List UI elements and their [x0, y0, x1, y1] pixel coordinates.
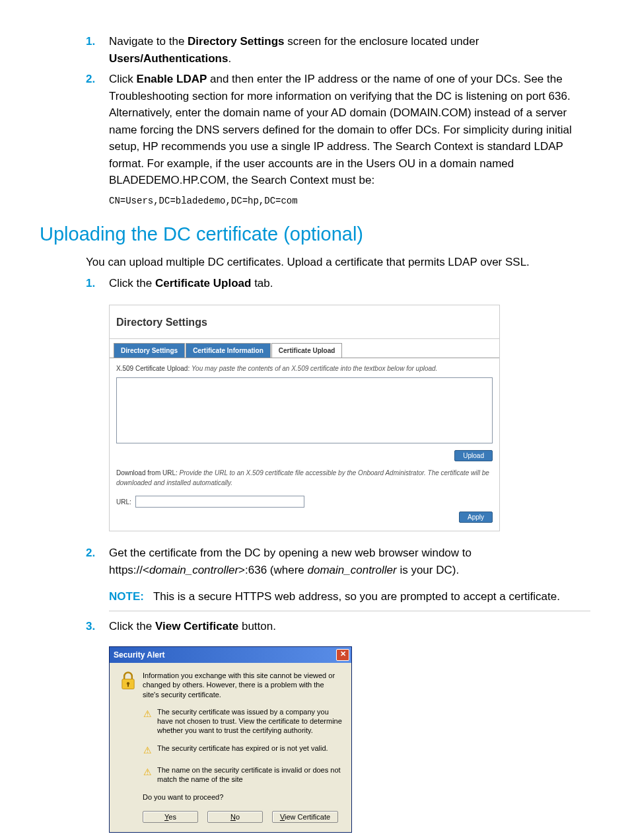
warning-icon: ⚠ [143, 765, 152, 779]
ds-tabstrip: Directory Settings Certificate Informati… [110, 343, 499, 358]
note-row: NOTE:This is a secure HTTPS web address,… [109, 588, 590, 611]
warning-icon: ⚠ [143, 744, 152, 757]
svg-rect-2 [127, 684, 129, 687]
section-heading: Uploading the DC certificate (optional) [40, 220, 590, 249]
note-label: NOTE: [109, 590, 144, 603]
view-certificate-button[interactable]: View Certificate [272, 811, 338, 823]
intro-text: You can upload multiple DC certificates.… [86, 254, 590, 271]
step-number: 3. [40, 618, 106, 635]
note-text: This is a secure HTTPS web address, so y… [153, 590, 560, 603]
step-number: 2. [40, 71, 106, 189]
step-number: 1. [40, 275, 106, 292]
tab-certificate-upload[interactable]: Certificate Upload [271, 343, 343, 358]
sa-titlebar: Security Alert ✕ [110, 647, 351, 663]
step-text: Click the View Certificate button. [106, 618, 590, 635]
code-block: CN=Users,DC=bladedemo,DC=hp,DC=com [109, 194, 590, 208]
sa-warn-1: The security certificate was issued by a… [157, 707, 342, 736]
ds-title: Directory Settings [110, 305, 499, 339]
step-text: Click Enable LDAP and then enter the IP … [106, 71, 590, 189]
step-number: 1. [40, 33, 106, 67]
tab-directory-settings[interactable]: Directory Settings [114, 343, 185, 358]
upload-step-3: 3. Click the View Certificate button. [40, 618, 590, 635]
yes-button[interactable]: Yes [143, 811, 198, 823]
sa-warn-3: The name on the security certificate is … [157, 765, 342, 784]
lock-icon [119, 671, 143, 699]
close-icon[interactable]: ✕ [336, 649, 349, 661]
sa-warn-2: The security certificate has expired or … [157, 744, 342, 757]
tab-certificate-information[interactable]: Certificate Information [186, 343, 271, 358]
step-text: Navigate to the Directory Settings scree… [106, 33, 590, 67]
apply-button[interactable]: Apply [459, 512, 493, 523]
no-button[interactable]: No [207, 811, 263, 823]
step-2: 2. Click Enable LDAP and then enter the … [40, 71, 590, 189]
step-1: 1. Navigate to the Directory Settings sc… [40, 33, 590, 67]
upload-button[interactable]: Upload [454, 450, 493, 461]
sa-title: Security Alert [114, 649, 165, 661]
url-label: URL: [116, 497, 131, 507]
step-text: Click the Certificate Upload tab. [106, 275, 590, 292]
directory-settings-figure: Directory Settings Directory Settings Ce… [109, 305, 500, 531]
certificate-textarea[interactable] [116, 377, 493, 443]
step-text: Get the certificate from the DC by openi… [106, 545, 590, 578]
sa-question: Do you want to proceed? [143, 792, 342, 803]
warning-icon: ⚠ [143, 707, 152, 721]
step-number: 2. [40, 545, 106, 578]
ds-upload-instruction: X.509 Certificate Upload: You may paste … [116, 363, 493, 373]
upload-step-2: 2. Get the certificate from the DC by op… [40, 545, 590, 578]
url-input[interactable] [135, 496, 304, 508]
security-alert-dialog: Security Alert ✕ Information you exchang… [109, 646, 352, 833]
upload-step-1: 1. Click the Certificate Upload tab. [40, 275, 590, 292]
sa-main-text: Information you exchange with this site … [143, 671, 342, 699]
ds-url-instruction: Download from URL: Provide the URL to an… [116, 468, 493, 488]
